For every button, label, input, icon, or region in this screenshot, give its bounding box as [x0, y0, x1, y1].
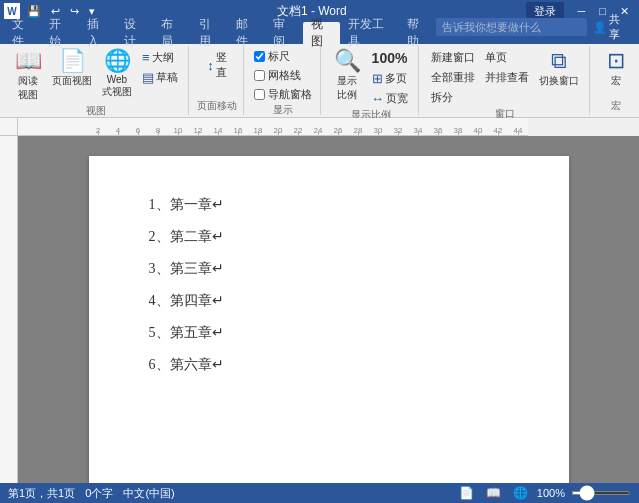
group-scroll-content: ↕ 竖直: [203, 48, 231, 99]
gridlines-checkbox-input[interactable]: [254, 70, 265, 81]
ruler-corner: [0, 118, 18, 136]
tab-references[interactable]: 引用: [191, 22, 228, 44]
language: 中文(中国): [123, 486, 174, 501]
group-views-content: 📖 阅读视图 📄 页面视图 🌐 Web式视图 ≡ 大纲 ▤ 草稿: [10, 48, 182, 104]
ruler-mark: 42: [488, 126, 508, 135]
share-icon: 👤: [593, 21, 607, 34]
zoom-percent-col: 100% ⊞ 多页 ↔ 页宽: [367, 48, 412, 108]
tab-design[interactable]: 设计: [116, 22, 153, 44]
ruler-mark: 34: [408, 126, 428, 135]
horizontal-ruler: 2 4 6 8 10 12 14 16 18 20 22 24 26 28 30…: [18, 118, 528, 136]
ruler-checkbox[interactable]: 标尺: [252, 48, 292, 65]
group-window-content: 新建窗口 全部重排 拆分 单页 并排查看 ⧉ 切换窗口: [427, 48, 583, 107]
zoom-100-button[interactable]: 100%: [368, 48, 412, 68]
ribbon-group-show: 标尺 网格线 导航窗格 显示: [246, 46, 321, 115]
ruler-mark: 4: [108, 126, 128, 135]
draft-icon: ▤: [142, 70, 154, 85]
group-scroll-label: 页面移动: [197, 99, 237, 115]
tab-review[interactable]: 审阅: [265, 22, 302, 44]
page-view-icon: 📄: [59, 50, 86, 72]
ribbon-right-area: 👤 共享: [436, 10, 639, 44]
switch-window-icon: ⧉: [551, 50, 567, 72]
tab-insert[interactable]: 插入: [79, 22, 116, 44]
draft-button[interactable]: ▤ 草稿: [138, 68, 182, 87]
zoom-icon: 🔍: [334, 50, 361, 72]
page-view-button[interactable]: 📄 页面视图: [48, 48, 96, 90]
tab-file[interactable]: 文件: [4, 22, 41, 44]
ruler-mark: 22: [288, 126, 308, 135]
ruler-mark: 40: [468, 126, 488, 135]
ruler-mark: 8: [148, 126, 168, 135]
ruler-mark: 10: [168, 126, 188, 135]
document-page[interactable]: 1、第一章↵ 2、第二章↵ 3、第三章↵ 4、第四章↵ 5、第五章↵ 6、第六章…: [89, 156, 569, 483]
side-by-side-button[interactable]: 并排查看: [481, 68, 533, 87]
ribbon-group-zoom: 🔍 显示比例 100% ⊞ 多页 ↔ 页宽 显示比例: [323, 46, 419, 115]
ribbon-group-views: 📖 阅读视图 📄 页面视图 🌐 Web式视图 ≡ 大纲 ▤ 草稿: [4, 46, 189, 115]
list-item: 4、第四章↵: [149, 292, 509, 310]
page-width-icon: ↔: [371, 91, 384, 106]
tab-help[interactable]: 帮助: [399, 22, 436, 44]
web-view-icon: 🌐: [104, 50, 131, 72]
page-width-button[interactable]: ↔ 页宽: [367, 89, 412, 108]
ruler-mark: 20: [268, 126, 288, 135]
list-item: 2、第二章↵: [149, 228, 509, 246]
window-col2: 单页 并排查看: [481, 48, 533, 87]
vertical-scroll-button[interactable]: ↕ 竖直: [203, 48, 231, 82]
ruler-mark: 16: [228, 126, 248, 135]
tab-home[interactable]: 开始: [41, 22, 78, 44]
tab-layout[interactable]: 布局: [153, 22, 190, 44]
ruler-mark: 36: [428, 126, 448, 135]
status-bar: 第1页，共1页 0个字 中文(中国) 📄 📖 🌐 100%: [0, 483, 639, 503]
vertical-ruler: [0, 136, 18, 483]
ruler-row: 2 4 6 8 10 12 14 16 18 20 22 24 26 28 30…: [0, 118, 639, 136]
switch-window-button[interactable]: ⧉ 切换窗口: [535, 48, 583, 90]
single-page-button[interactable]: 单页: [481, 48, 533, 67]
print-layout-btn[interactable]: 📄: [456, 485, 477, 501]
list-item: 6、第六章↵: [149, 356, 509, 374]
ruler-marks: 2 4 6 8 10 12 14 16 18 20 22 24 26 28 30…: [48, 118, 528, 135]
tab-developer[interactable]: 开发工具: [340, 22, 399, 44]
vertical-icon: ↕: [207, 58, 214, 73]
search-input[interactable]: [436, 18, 587, 36]
status-bar-right: 📄 📖 🌐 100%: [456, 485, 631, 501]
ruler-mark: 38: [448, 126, 468, 135]
list-item: 1、第一章↵: [149, 196, 509, 214]
list-item: 5、第五章↵: [149, 324, 509, 342]
zoom-slider[interactable]: [571, 491, 631, 495]
split-button[interactable]: 拆分: [427, 88, 479, 107]
group-zoom-content: 🔍 显示比例 100% ⊞ 多页 ↔ 页宽: [329, 48, 412, 108]
nav-pane-checkbox[interactable]: 导航窗格: [252, 86, 314, 103]
web-view-status-btn[interactable]: 🌐: [510, 485, 531, 501]
word-count: 0个字: [85, 486, 113, 501]
document-area[interactable]: 1、第一章↵ 2、第二章↵ 3、第三章↵ 4、第四章↵ 5、第五章↵ 6、第六章…: [18, 136, 639, 483]
ruler-mark: 26: [328, 126, 348, 135]
main-area: 1、第一章↵ 2、第二章↵ 3、第三章↵ 4、第四章↵ 5、第五章↵ 6、第六章…: [0, 136, 639, 483]
tab-view[interactable]: 视图: [303, 22, 340, 44]
arrange-all-button[interactable]: 全部重排: [427, 68, 479, 87]
macro-button[interactable]: ⊡ 宏: [598, 48, 634, 90]
ruler-mark: 24: [308, 126, 328, 135]
zoom-button[interactable]: 🔍 显示比例: [329, 48, 365, 104]
ruler-mark: 32: [388, 126, 408, 135]
ruler-mark: 6: [128, 126, 148, 135]
multipage-icon: ⊞: [372, 71, 383, 86]
page-info: 第1页，共1页: [8, 486, 75, 501]
outline-button[interactable]: ≡ 大纲: [138, 48, 182, 67]
share-button[interactable]: 👤 共享: [587, 10, 635, 44]
new-window-button[interactable]: 新建窗口: [427, 48, 479, 67]
group-show-content: 标尺 网格线 导航窗格: [252, 48, 314, 103]
gridlines-checkbox[interactable]: 网格线: [252, 67, 303, 84]
ribbon-content: 📖 阅读视图 📄 页面视图 🌐 Web式视图 ≡ 大纲 ▤ 草稿: [0, 44, 639, 118]
web-view-button[interactable]: 🌐 Web式视图: [98, 48, 136, 101]
ruler-checkbox-input[interactable]: [254, 51, 265, 62]
ruler-mark: 18: [248, 126, 268, 135]
reading-view-button[interactable]: 📖 阅读视图: [10, 48, 46, 104]
scroll-col: ↕ 竖直: [203, 48, 231, 82]
multipage-button[interactable]: ⊞ 多页: [368, 69, 411, 88]
ribbon-tab-bar: 文件 开始 插入 设计 布局 引用 邮件 审阅 视图 开发工具 帮助 👤 共享: [0, 22, 639, 44]
outline-draft-col: ≡ 大纲 ▤ 草稿: [138, 48, 182, 87]
reading-view-status-btn[interactable]: 📖: [483, 485, 504, 501]
ruler-mark: 44: [508, 126, 528, 135]
nav-pane-checkbox-input[interactable]: [254, 89, 265, 100]
tab-mailings[interactable]: 邮件: [228, 22, 265, 44]
